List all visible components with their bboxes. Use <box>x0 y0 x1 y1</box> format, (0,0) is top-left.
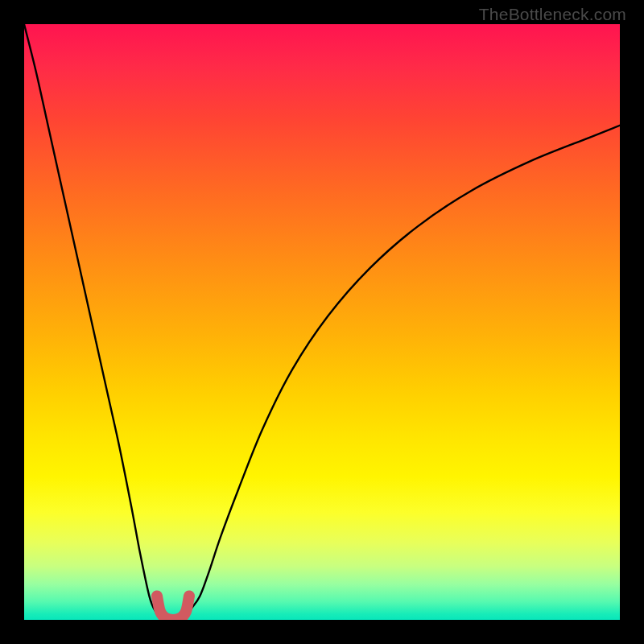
plot-area <box>24 24 620 620</box>
right-branch-path <box>185 126 620 617</box>
valley-highlight-path <box>157 596 189 620</box>
chart-frame: TheBottleneck.com <box>0 0 644 644</box>
curve-layer <box>24 24 620 620</box>
left-branch-path <box>24 24 161 617</box>
watermark-text: TheBottleneck.com <box>479 5 626 24</box>
